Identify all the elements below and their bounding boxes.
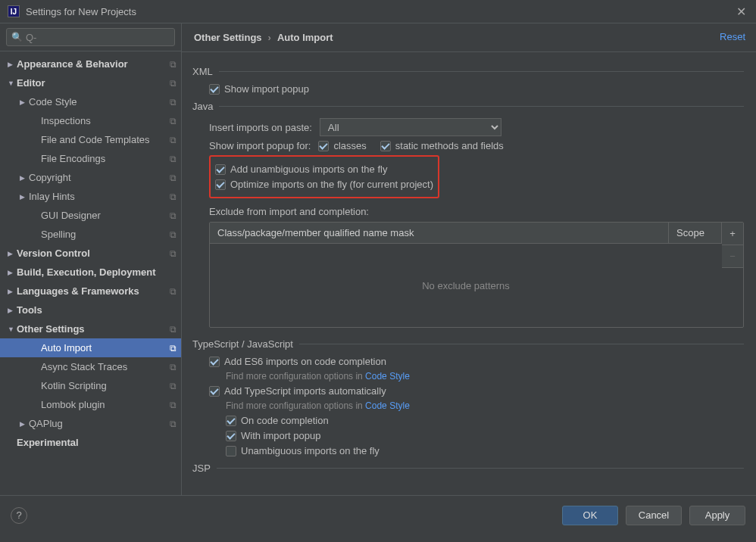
code-style-link-1[interactable]: Code Style bbox=[365, 371, 410, 382]
sidebar-item-inspections[interactable]: Inspections⧉ bbox=[0, 111, 181, 130]
static-option[interactable]: static methods and fields bbox=[380, 140, 504, 151]
search-placeholder: Q- bbox=[26, 32, 36, 43]
copy-icon: ⧉ bbox=[170, 286, 177, 297]
ts-more-hint: Find more configuration options in Code … bbox=[226, 400, 744, 411]
on-completion-option[interactable]: On code completion bbox=[226, 415, 329, 426]
exclude-col-name[interactable]: Class/package/member qualified name mask bbox=[210, 223, 669, 243]
copy-icon: ⧉ bbox=[170, 248, 177, 259]
exclude-table: Class/package/member qualified name mask… bbox=[209, 222, 744, 328]
reset-link[interactable]: Reset bbox=[720, 31, 745, 42]
sidebar-item-label: QAPlug bbox=[29, 418, 170, 429]
es6-imports-option[interactable]: Add ES6 imports on code completion bbox=[209, 356, 386, 367]
main-panel: Other Settings › Auto Import Reset XML S… bbox=[182, 23, 756, 495]
tree-arrow-icon: ▼ bbox=[8, 326, 17, 333]
exclude-remove-button: − bbox=[722, 245, 743, 268]
copy-icon: ⧉ bbox=[170, 343, 177, 354]
ts-unambiguous-check[interactable] bbox=[226, 446, 236, 456]
chevron-right-icon: › bbox=[268, 32, 271, 43]
add-ts-imports-option[interactable]: Add TypeScript imports automatically bbox=[209, 385, 386, 397]
sidebar-item-version-control[interactable]: ▶Version Control⧉ bbox=[0, 244, 181, 263]
sidebar-item-languages-frameworks[interactable]: ▶Languages & Frameworks⧉ bbox=[0, 282, 181, 301]
sidebar-item-build-execution-deployment[interactable]: ▶Build, Execution, Deployment bbox=[0, 263, 181, 282]
sidebar-item-label: Appearance & Behavior bbox=[17, 58, 170, 70]
insert-imports-select[interactable]: All bbox=[320, 118, 501, 136]
exclude-add-button[interactable]: + bbox=[722, 223, 743, 245]
sidebar-item-label: Other Settings bbox=[17, 323, 170, 335]
add-unambiguous-check[interactable] bbox=[215, 164, 226, 175]
sidebar-item-code-style[interactable]: ▶Code Style⧉ bbox=[0, 92, 181, 111]
cancel-button[interactable]: Cancel bbox=[626, 506, 682, 525]
apply-button[interactable]: Apply bbox=[689, 506, 745, 525]
on-completion-check[interactable] bbox=[226, 416, 236, 426]
breadcrumb-root: Other Settings bbox=[194, 32, 262, 43]
copy-icon: ⧉ bbox=[170, 192, 177, 202]
section-java-label: Java bbox=[192, 101, 213, 112]
help-button[interactable]: ? bbox=[11, 507, 27, 524]
tree-arrow-icon: ▼ bbox=[8, 79, 17, 87]
optimize-imports-option[interactable]: Optimize imports on the fly (for current… bbox=[215, 179, 433, 190]
tree-arrow-icon: ▶ bbox=[8, 307, 17, 314]
xml-show-import-popup[interactable]: Show import popup bbox=[209, 83, 309, 95]
tree-arrow-icon: ▶ bbox=[20, 420, 29, 428]
sidebar-item-lombok-plugin[interactable]: Lombok plugin⧉ bbox=[0, 395, 181, 414]
sidebar-item-file-encodings[interactable]: File Encodings⧉ bbox=[0, 149, 181, 168]
optimize-imports-label: Optimize imports on the fly (for current… bbox=[230, 179, 433, 190]
ok-button[interactable]: OK bbox=[562, 506, 618, 525]
xml-show-import-popup-check[interactable] bbox=[209, 84, 220, 95]
exclude-label: Exclude from import and completion: bbox=[209, 206, 744, 217]
ts-unambiguous-option[interactable]: Unambiguous imports on the fly bbox=[226, 445, 380, 456]
es6-imports-check[interactable] bbox=[209, 357, 220, 367]
sidebar-item-inlay-hints[interactable]: ▶Inlay Hints⧉ bbox=[0, 187, 181, 206]
sidebar-item-appearance-behavior[interactable]: ▶Appearance & Behavior⧉ bbox=[0, 55, 181, 73]
insert-imports-label: Insert imports on paste: bbox=[209, 122, 312, 133]
bottom-bar: ? OK Cancel Apply bbox=[0, 495, 756, 534]
copy-icon: ⧉ bbox=[170, 381, 177, 391]
classes-option[interactable]: classes bbox=[318, 140, 366, 151]
with-popup-option[interactable]: With import popup bbox=[226, 430, 321, 441]
sidebar-item-gui-designer[interactable]: GUI Designer⧉ bbox=[0, 206, 181, 225]
copy-icon: ⧉ bbox=[170, 135, 177, 145]
sidebar-item-editor[interactable]: ▼Editor⧉ bbox=[0, 73, 181, 92]
breadcrumb: Other Settings › Auto Import bbox=[182, 23, 756, 52]
sidebar-item-async-stack-traces[interactable]: Async Stack Traces⧉ bbox=[0, 357, 181, 376]
sidebar-item-label: Lombok plugin bbox=[41, 399, 170, 410]
search-input[interactable]: 🔍 Q- bbox=[6, 28, 175, 46]
code-style-link-2[interactable]: Code Style bbox=[365, 400, 410, 411]
add-unambiguous-label: Add unambiguous imports on the fly bbox=[230, 164, 387, 175]
show-popup-label: Show import popup for: bbox=[209, 140, 311, 151]
on-completion-label: On code completion bbox=[241, 415, 329, 426]
add-unambiguous-option[interactable]: Add unambiguous imports on the fly bbox=[215, 164, 387, 175]
sidebar-item-label: Build, Execution, Deployment bbox=[17, 266, 177, 278]
section-ts: TypeScript / JavaScript bbox=[192, 338, 744, 350]
sidebar-item-label: Copyright bbox=[29, 172, 170, 183]
tree-arrow-icon: ▶ bbox=[8, 250, 17, 257]
sidebar-item-spelling[interactable]: Spelling⧉ bbox=[0, 225, 181, 244]
with-popup-label: With import popup bbox=[241, 430, 321, 441]
sidebar-item-file-and-code-templates[interactable]: File and Code Templates⧉ bbox=[0, 130, 181, 149]
classes-check[interactable] bbox=[318, 141, 329, 151]
sidebar-item-auto-import[interactable]: Auto Import⧉ bbox=[0, 338, 181, 357]
sidebar-item-copyright[interactable]: ▶Copyright⧉ bbox=[0, 168, 181, 187]
static-check[interactable] bbox=[380, 141, 391, 151]
tree-arrow-icon: ▶ bbox=[8, 269, 17, 276]
sidebar-item-tools[interactable]: ▶Tools bbox=[0, 301, 181, 319]
sidebar-item-experimental[interactable]: Experimental bbox=[0, 433, 181, 452]
section-ts-label: TypeScript / JavaScript bbox=[192, 338, 293, 350]
sidebar-item-qaplug[interactable]: ▶QAPlug⧉ bbox=[0, 414, 181, 433]
copy-icon: ⧉ bbox=[170, 59, 177, 70]
exclude-col-scope[interactable]: Scope bbox=[669, 223, 722, 243]
sidebar-item-other-settings[interactable]: ▼Other Settings⧉ bbox=[0, 319, 181, 338]
sidebar-item-kotlin-scripting[interactable]: Kotlin Scripting⧉ bbox=[0, 376, 181, 395]
xml-show-import-popup-label: Show import popup bbox=[224, 83, 309, 95]
tree-arrow-icon: ▶ bbox=[8, 288, 17, 295]
add-ts-imports-check[interactable] bbox=[209, 386, 220, 397]
copy-icon: ⧉ bbox=[170, 173, 177, 183]
window-title: Settings for New Projects bbox=[26, 6, 136, 17]
ts-unambiguous-label: Unambiguous imports on the fly bbox=[241, 445, 380, 456]
close-icon[interactable]: ✕ bbox=[733, 5, 748, 19]
optimize-imports-check[interactable] bbox=[215, 179, 226, 190]
copy-icon: ⧉ bbox=[170, 210, 177, 221]
add-ts-imports-label: Add TypeScript imports automatically bbox=[224, 385, 386, 397]
sidebar-item-label: Languages & Frameworks bbox=[17, 285, 170, 297]
with-popup-check[interactable] bbox=[226, 431, 236, 441]
